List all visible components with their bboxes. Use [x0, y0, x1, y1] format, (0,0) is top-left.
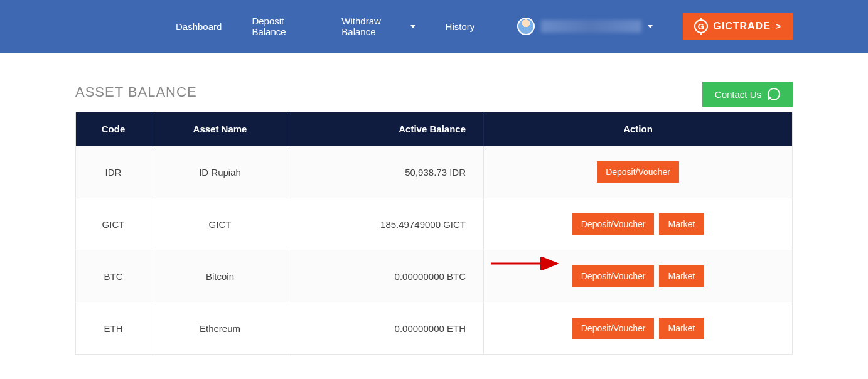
cell-action: Deposit/VoucherMarket	[484, 198, 793, 250]
contact-label: Contact Us	[715, 89, 761, 100]
market-button[interactable]: Market	[659, 318, 704, 339]
header-action: Action	[484, 112, 793, 146]
brand-label: GICTRADE	[713, 21, 771, 32]
table-row: GICTGICT185.49749000 GICTDeposit/Voucher…	[76, 198, 793, 250]
contact-us-button[interactable]: Contact Us	[702, 82, 793, 107]
gictrade-button[interactable]: G GICTRADE >	[683, 13, 793, 40]
nav-history[interactable]: History	[446, 21, 475, 32]
table-row: ETHEthereum0.00000000 ETHDeposit/Voucher…	[76, 302, 793, 355]
chevron-down-icon	[648, 25, 653, 28]
cell-asset-name: Ethereum	[151, 302, 289, 355]
market-button[interactable]: Market	[659, 213, 704, 235]
deposit-voucher-button[interactable]: Deposit/Voucher	[572, 318, 655, 339]
deposit-voucher-button[interactable]: Deposit/Voucher	[597, 161, 679, 183]
nav-dashboard[interactable]: Dashboard	[176, 21, 222, 32]
whatsapp-icon	[768, 88, 780, 100]
cell-asset-name: ID Rupiah	[151, 146, 289, 198]
header-active-balance: Active Balance	[289, 112, 484, 146]
asset-balance-table: Code Asset Name Active Balance Action ID…	[75, 112, 793, 355]
cell-asset-name: Bitcoin	[151, 250, 289, 302]
cell-action: Deposit/VoucherMarket	[484, 302, 793, 355]
chevron-right-icon: >	[776, 21, 781, 31]
cell-active-balance: 0.00000000 ETH	[289, 302, 484, 355]
top-navbar: Dashboard Deposit Balance Withdraw Balan…	[0, 0, 868, 53]
nav-deposit-balance[interactable]: Deposit Balance	[252, 16, 311, 37]
table-row: IDRID Rupiah50,938.73 IDRDeposit/Voucher	[76, 146, 793, 198]
avatar	[517, 18, 535, 35]
cell-active-balance: 185.49749000 GICT	[289, 198, 484, 250]
header-code: Code	[76, 112, 151, 146]
nav-withdraw-label: Withdraw Balance	[341, 16, 406, 37]
cell-action: Deposit/VoucherMarket	[484, 250, 793, 302]
page-title: ASSET BALANCE	[75, 84, 793, 100]
cell-action: Deposit/Voucher	[484, 146, 793, 198]
gictrade-logo-icon: G	[694, 19, 708, 33]
market-button[interactable]: Market	[659, 265, 704, 287]
cell-active-balance: 0.00000000 BTC	[289, 250, 484, 302]
deposit-voucher-button[interactable]: Deposit/Voucher	[572, 265, 655, 287]
cell-active-balance: 50,938.73 IDR	[289, 146, 484, 198]
table-row: BTCBitcoin0.00000000 BTCDeposit/VoucherM…	[76, 250, 793, 302]
cell-asset-name: GICT	[151, 198, 289, 250]
header-asset-name: Asset Name	[151, 112, 289, 146]
user-menu[interactable]	[517, 18, 653, 35]
cell-code: ETH	[76, 302, 151, 355]
chevron-down-icon	[410, 25, 415, 28]
nav-withdraw-balance[interactable]: Withdraw Balance	[341, 16, 415, 37]
cell-code: IDR	[76, 146, 151, 198]
main-container: ASSET BALANCE Contact Us Code Asset Name…	[0, 53, 868, 355]
user-name-redacted	[541, 20, 641, 33]
deposit-voucher-button[interactable]: Deposit/Voucher	[572, 213, 655, 235]
cell-code: GICT	[76, 198, 151, 250]
cell-code: BTC	[76, 250, 151, 302]
